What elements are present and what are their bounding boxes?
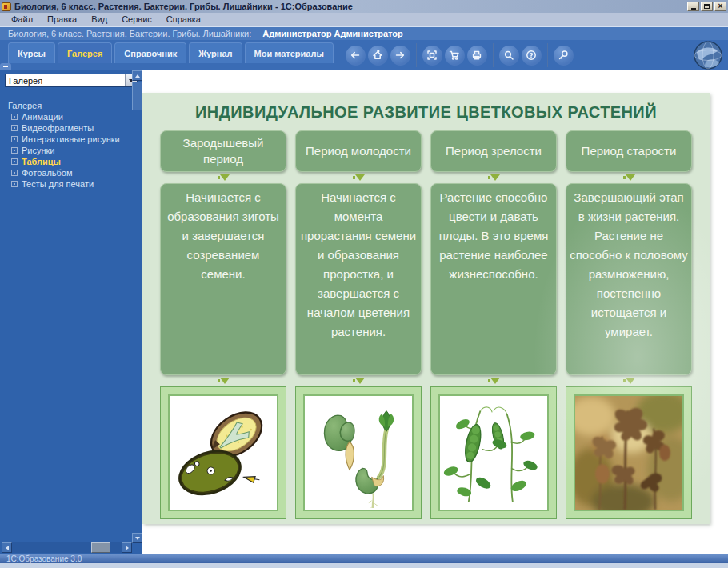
vertical-scroll-thumb[interactable] (132, 82, 142, 110)
arrow-left-icon (6, 546, 9, 550)
scroll-up-button[interactable] (132, 70, 142, 81)
tree-item-print-tests[interactable]: Тесты для печати (8, 178, 142, 190)
tab-strip: Курсы Галерея Справочник Журнал Мои мате… (8, 40, 334, 70)
horizontal-scroll-track[interactable] (12, 542, 122, 553)
minimize-icon (691, 8, 696, 10)
tab-toolbar-row: Курсы Галерея Справочник Журнал Мои мате… (0, 40, 728, 70)
down-arrow-icon (295, 172, 422, 183)
down-arrow-icon (566, 375, 692, 386)
scroll-left-button[interactable] (2, 542, 12, 553)
tree-item-video-fragments[interactable]: Видеофрагменты (8, 122, 142, 134)
tree-node-icon (11, 181, 18, 187)
table-columns: Зародышевый период Начинается с образова… (160, 130, 692, 519)
user-name-label: Администратор Администратор (262, 29, 403, 38)
home-button[interactable] (368, 46, 388, 66)
menu-service[interactable]: Сервис (115, 14, 158, 25)
print-button[interactable] (467, 46, 487, 66)
column-header: Зародышевый период (160, 130, 286, 172)
column-header: Период старости (566, 130, 692, 172)
column-youth-period: Период молодости Начинается с момента пр… (295, 130, 422, 519)
pea-plant-image (438, 394, 549, 511)
title-bar: Биология, 6 класс. Растения. Бактерии. Г… (0, 0, 728, 13)
zoom-key-button[interactable] (554, 46, 574, 66)
tree-item-animations[interactable]: Анимации (8, 111, 142, 122)
select-frame-icon (426, 50, 438, 61)
window-title: Биология, 6 класс. Растения. Бактерии. Г… (14, 2, 686, 11)
image-frame (566, 386, 692, 519)
forward-icon (394, 50, 406, 61)
table-slide: ИНДИВИДУАЛЬНОЕ РАЗВИТИЕ ЦВЕТКОВЫХ РАСТЕН… (142, 93, 710, 524)
menu-edit[interactable]: Правка (41, 14, 83, 25)
sidebar-horizontal-scrollbar[interactable] (2, 542, 132, 553)
main-area: Галерея Галерея Анимации Видеофрагменты … (0, 70, 728, 554)
nav-button-group (340, 46, 416, 66)
down-arrow-icon (430, 375, 557, 386)
back-button[interactable] (346, 46, 366, 66)
germinating-seed-image (303, 394, 414, 511)
taskbar-strip (0, 563, 728, 568)
close-button[interactable]: × (714, 2, 726, 11)
object-button-group (417, 46, 493, 66)
cart-icon (449, 50, 460, 61)
menu-help[interactable]: Справка (160, 14, 207, 25)
image-frame (430, 386, 557, 519)
app-window: Биология, 6 класс. Растения. Бактерии. Г… (0, 0, 728, 568)
tree-item-pictures[interactable]: Рисунки (8, 145, 142, 156)
tree-node-icon (11, 170, 18, 176)
status-bar: 1С:Образование 3.0 (0, 554, 728, 563)
restore-button[interactable] (701, 2, 713, 11)
menu-bar: Файл Правка Вид Сервис Справка (0, 13, 728, 26)
arrow-down-icon (135, 537, 140, 540)
menu-view[interactable]: Вид (85, 14, 114, 25)
tree-node-icon (11, 147, 18, 154)
horizontal-scroll-thumb[interactable] (91, 542, 110, 553)
search-icon (503, 50, 514, 61)
select-frame-button[interactable] (422, 46, 442, 66)
tree-item-interactive-pictures[interactable]: Интерактивные рисунки (8, 134, 142, 145)
cart-button[interactable] (445, 46, 465, 66)
arrow-right-icon (126, 546, 129, 550)
section-dropdown[interactable]: Галерея (5, 74, 138, 87)
tab-courses[interactable]: Курсы (8, 42, 55, 63)
scroll-down-button[interactable] (132, 533, 142, 543)
tree-item-photo-album[interactable]: Фотоальбом (8, 167, 142, 178)
arrow-up-icon (135, 74, 140, 78)
globe-logo (687, 41, 726, 74)
course-name-label: Биология, 6 класс. Растения. Бактерии. Г… (8, 29, 251, 38)
column-header: Период зрелости (430, 130, 557, 172)
column-description: Начинается с образования зиготы и заверш… (160, 183, 286, 375)
scroll-right-button[interactable] (122, 542, 132, 553)
forward-button[interactable] (390, 46, 410, 66)
home-icon (372, 50, 383, 61)
column-embryonic-period: Зародышевый период Начинается с образова… (160, 130, 286, 519)
menu-file[interactable]: Файл (5, 14, 39, 25)
tab-my-materials[interactable]: Мои материалы (245, 42, 334, 63)
sidebar-vertical-scrollbar[interactable] (132, 70, 142, 543)
print-icon (471, 50, 482, 61)
panel-collapse-handle[interactable] (0, 63, 11, 70)
down-arrow-icon (430, 172, 557, 183)
down-arrow-icon (295, 375, 422, 386)
minimize-button[interactable] (687, 2, 699, 11)
status-text: 1С:Образование 3.0 (6, 554, 82, 563)
zoom-button-group (548, 46, 579, 66)
help-button[interactable] (522, 46, 542, 66)
seed-and-ovule-image (168, 394, 278, 511)
column-description: Завершающий этап в жизни растения. Расте… (566, 183, 692, 375)
search-button-group (494, 46, 547, 66)
gallery-sidebar: Галерея Галерея Анимации Видеофрагменты … (0, 70, 142, 554)
close-icon: × (718, 2, 723, 10)
tab-journal[interactable]: Журнал (189, 42, 242, 63)
tab-gallery[interactable]: Галерея (58, 42, 112, 63)
back-icon (350, 50, 361, 61)
tree-node-icon (11, 114, 18, 120)
down-arrow-icon (566, 172, 692, 183)
withered-plant-photo (574, 394, 684, 511)
tree-root-gallery[interactable]: Галерея (8, 100, 142, 111)
search-button[interactable] (499, 46, 519, 66)
image-frame (295, 386, 422, 519)
tab-reference[interactable]: Справочник (114, 42, 186, 63)
restore-icon (704, 4, 710, 9)
column-old-age-period: Период старости Завершающий этап в жизни… (566, 130, 692, 519)
tree-item-tables[interactable]: Таблицы (8, 156, 142, 167)
